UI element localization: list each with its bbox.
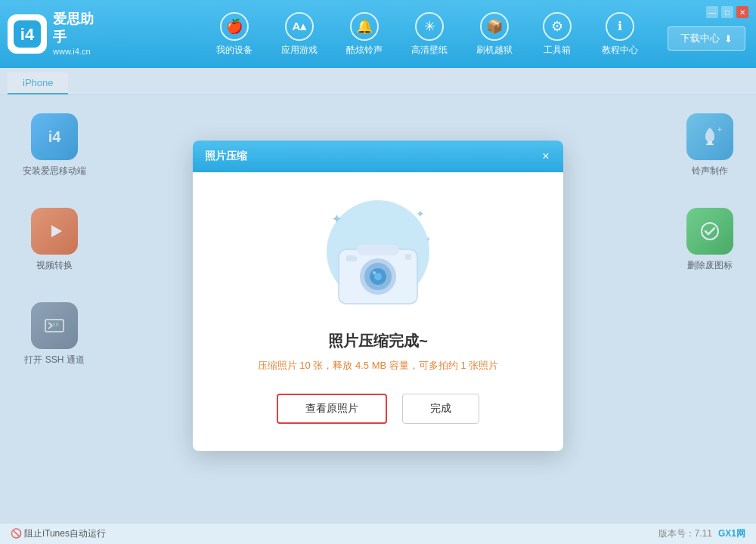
dialog-header: 照片压缩 ×: [193, 141, 563, 172]
maximize-button[interactable]: □: [721, 6, 733, 18]
wallpaper-icon: ✳: [415, 12, 444, 41]
svg-rect-26: [346, 255, 357, 261]
close-button[interactable]: ✕: [736, 6, 748, 18]
nav-jailbreak-label: 刷机越狱: [476, 44, 513, 57]
nav-app-game-label: 应用游戏: [281, 44, 318, 57]
svg-text:✦: ✦: [425, 235, 431, 243]
nav-tutorial[interactable]: ℹ 教程中心: [591, 8, 649, 61]
nav-wallpaper-label: 高清壁纸: [411, 44, 448, 57]
app-url: www.i4.cn: [53, 46, 106, 57]
toolbox-icon: ⚙: [543, 12, 572, 41]
svg-text:i4: i4: [20, 25, 35, 44]
minimize-button[interactable]: —: [706, 6, 718, 18]
svg-point-24: [374, 273, 382, 280]
svg-rect-27: [405, 254, 411, 260]
dialog-body: ✦ ✦ ✦: [193, 172, 563, 451]
dialog-description: 压缩照片 10 张，释放 4.5 MB 容量，可多拍约 1 张照片: [258, 359, 499, 372]
nav-toolbox[interactable]: ⚙ 工具箱: [531, 8, 584, 61]
view-original-button[interactable]: 查看原照片: [277, 394, 387, 424]
nav-items: 🍎 我的设备 A▴ 应用游戏 🔔 酷炫铃声 ✳ 高清壁纸 📦 刷机越狱 ⚙ 工具…: [106, 8, 748, 61]
dialog-title: 照片压缩: [205, 150, 247, 163]
logo-text: 爱思助手 www.i4.cn: [53, 11, 106, 57]
watermark: GX1网: [718, 527, 745, 540]
my-device-icon: 🍎: [220, 12, 249, 41]
jailbreak-icon: 📦: [480, 12, 509, 41]
version-label: 版本号：7.11: [658, 527, 712, 540]
modal-overlay: 照片压缩 × ✦ ✦ ✦: [0, 68, 756, 523]
svg-text:✦: ✦: [416, 208, 425, 220]
nav-wallpaper[interactable]: ✳ 高清壁纸: [401, 8, 458, 61]
titlebar: i4 爱思助手 www.i4.cn 🍎 我的设备 A▴ 应用游戏 🔔 酷炫铃声 …: [0, 0, 756, 68]
nav-toolbox-label: 工具箱: [544, 44, 571, 57]
svg-text:✦: ✦: [331, 212, 342, 227]
window-controls: — □ ✕: [706, 6, 748, 18]
app-name: 爱思助手: [53, 11, 106, 46]
nav-ringtone-label: 酷炫铃声: [346, 44, 383, 57]
main-content: iPhone i4 安装爱思移动端 视频转换 SSH 打开 SSH: [0, 68, 756, 523]
nav-ringtone[interactable]: 🔔 酷炫铃声: [336, 8, 393, 61]
camera-illustration: ✦ ✦ ✦: [310, 195, 446, 316]
svg-point-25: [373, 271, 376, 274]
statusbar-left: 🚫 阻止iTunes自动运行: [11, 527, 106, 540]
download-center-button[interactable]: 下载中心 ⬇: [668, 26, 745, 51]
download-icon: ⬇: [724, 33, 733, 45]
done-button[interactable]: 完成: [402, 394, 479, 424]
download-label: 下载中心: [680, 32, 720, 45]
tutorial-icon: ℹ: [606, 12, 634, 41]
svg-rect-20: [357, 245, 399, 255]
dialog-close-button[interactable]: ×: [538, 148, 554, 165]
nav-my-device[interactable]: 🍎 我的设备: [206, 8, 263, 61]
logo-area: i4 爱思助手 www.i4.cn: [8, 11, 106, 57]
app-game-icon: A▴: [285, 12, 314, 41]
statusbar: 🚫 阻止iTunes自动运行 版本号：7.11 GX1网: [0, 523, 756, 544]
logo-icon: i4: [8, 14, 47, 54]
ringtone-icon: 🔔: [350, 12, 379, 41]
completion-title: 照片压缩完成~: [328, 331, 428, 351]
nav-app-game[interactable]: A▴ 应用游戏: [271, 8, 328, 61]
nav-my-device-label: 我的设备: [216, 44, 253, 57]
nav-jailbreak[interactable]: 📦 刷机越狱: [466, 8, 523, 61]
dialog: 照片压缩 × ✦ ✦ ✦: [193, 141, 563, 451]
dialog-buttons: 查看原照片 完成: [277, 394, 479, 424]
nav-tutorial-label: 教程中心: [602, 44, 638, 57]
